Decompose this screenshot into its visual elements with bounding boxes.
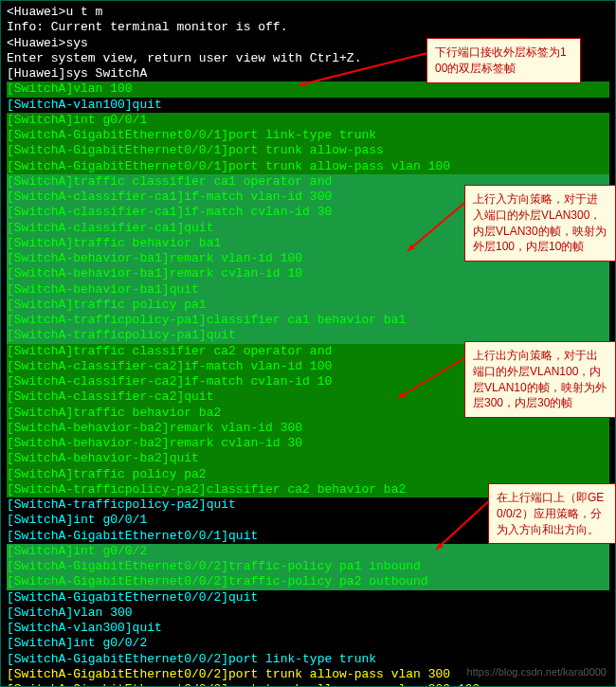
annotation-callout: 在上行端口上（即GE0/0/2）应用策略，分为入方向和出方向。: [488, 483, 616, 544]
terminal-line: [SwitchA-behavior-ba1]quit: [7, 282, 609, 298]
terminal-line: [SwitchA-GigabitEthernet0/0/2]port link-…: [7, 652, 609, 667]
terminal-line: <Huawei>u t m: [7, 5, 609, 20]
terminal-line: [SwitchA-behavior-ba2]remark cvlan-id 30: [7, 436, 609, 451]
terminal-line: [SwitchA-GigabitEthernet0/0/2]port trunk…: [7, 682, 609, 687]
terminal-line: Info: Current terminal monitor is off.: [7, 20, 609, 35]
terminal-line: [SwitchA-GigabitEthernet0/0/1]port trunk…: [7, 143, 609, 158]
terminal-line: [SwitchA-behavior-ba2]quit: [7, 451, 609, 466]
terminal-line: [SwitchA]vlan 100: [7, 81, 609, 97]
terminal-line: [SwitchA-trafficpolicy-pa1]classifier ca…: [7, 313, 609, 328]
terminal-line: [SwitchA-behavior-ba1]remark cvlan-id 10: [7, 266, 609, 281]
terminal-line: [SwitchA-GigabitEthernet0/0/2]quit: [7, 590, 609, 606]
terminal-line: [SwitchA]int g0/0/1: [7, 113, 609, 128]
terminal-line: [SwitchA]traffic policy pa1: [7, 298, 609, 313]
terminal-line: [SwitchA]traffic policy pa2: [7, 467, 609, 482]
terminal-line: [SwitchA-behavior-ba2]remark vlan-id 300: [7, 421, 609, 436]
annotation-callout: 上行入方向策略，对于进入端口的外层VLAN300，内层VLAN30的帧，映射为外…: [464, 185, 616, 262]
terminal-line: [SwitchA-GigabitEthernet0/0/2]traffic-po…: [7, 559, 609, 574]
terminal-line: [SwitchA-GigabitEthernet0/0/2]traffic-po…: [7, 574, 609, 589]
terminal-line: [SwitchA]int g0/0/2: [7, 544, 609, 559]
terminal-line: [SwitchA-vlan100]quit: [7, 98, 609, 113]
terminal-line: [SwitchA]int g0/0/2: [7, 636, 609, 651]
terminal-line: [SwitchA-GigabitEthernet0/0/1]port link-…: [7, 128, 609, 143]
annotation-callout: 上行出方向策略，对于出端口的外层VLAN100，内层VLAN10的帧，映射为外层…: [464, 341, 616, 418]
annotation-callout: 下行端口接收外层标签为100的双层标签帧: [426, 38, 581, 83]
watermark: https://blog.csdn.net/kara0000: [467, 666, 607, 679]
terminal-line: [SwitchA-GigabitEthernet0/0/1]port trunk…: [7, 159, 609, 174]
terminal-line: [SwitchA-vlan300]quit: [7, 621, 609, 636]
terminal-line: [SwitchA]vlan 300: [7, 606, 609, 621]
